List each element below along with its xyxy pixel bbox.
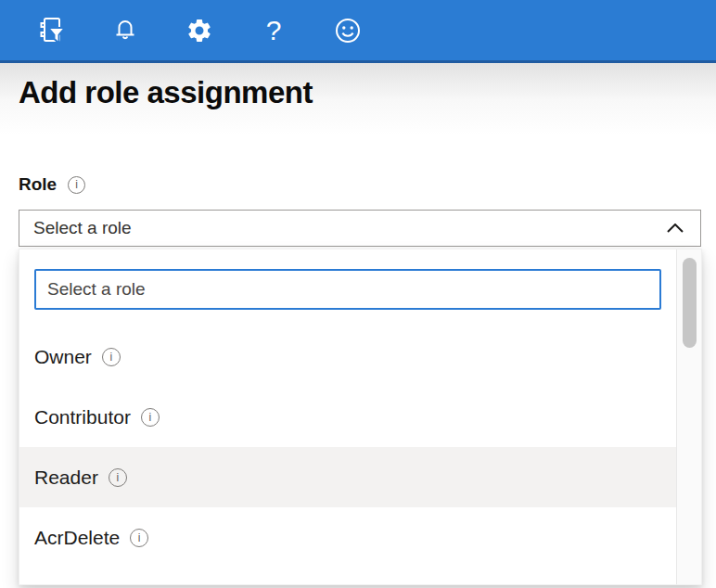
- dropdown-scrollbar-thumb[interactable]: [683, 258, 697, 348]
- info-icon[interactable]: i: [130, 529, 148, 547]
- add-role-assignment-page: Add role assignment Role i Select a role…: [0, 63, 716, 585]
- gear-icon: [185, 17, 213, 45]
- directory-filter-button[interactable]: [35, 15, 67, 46]
- settings-button[interactable]: [184, 15, 215, 46]
- role-label: Role: [19, 174, 57, 195]
- chevron-up-icon: [667, 220, 684, 236]
- role-option-label: AcrDelete: [34, 527, 120, 549]
- role-combobox[interactable]: Select a role: [19, 210, 701, 247]
- notifications-button[interactable]: [109, 15, 141, 46]
- role-field-label-row: Role i: [19, 174, 85, 195]
- dropdown-scrollbar-track[interactable]: [676, 249, 701, 584]
- role-dropdown-panel: Owner i Contributor i Reader i AcrDelete…: [19, 249, 702, 585]
- role-option-contributor[interactable]: Contributor i: [19, 387, 678, 447]
- feedback-button[interactable]: [332, 15, 364, 46]
- role-option-acrdelete[interactable]: AcrDelete i: [19, 507, 678, 568]
- role-search-input[interactable]: [34, 269, 661, 310]
- top-navigation-bar: ?: [0, 0, 716, 63]
- smiley-icon: [333, 16, 363, 45]
- info-icon[interactable]: i: [109, 468, 127, 487]
- directory-filter-icon: [36, 16, 66, 45]
- role-option-owner[interactable]: Owner i: [19, 326, 678, 387]
- help-button[interactable]: ?: [258, 15, 289, 46]
- role-option-reader[interactable]: Reader i: [19, 447, 678, 507]
- info-icon[interactable]: i: [141, 408, 160, 427]
- role-options-list: Owner i Contributor i Reader i AcrDelete…: [19, 326, 678, 568]
- bell-icon: [111, 17, 139, 45]
- info-icon[interactable]: i: [102, 348, 121, 366]
- role-option-label: Reader: [34, 467, 98, 489]
- page-title: Add role assignment: [19, 75, 313, 110]
- role-option-label: Owner: [34, 346, 92, 368]
- role-combobox-value: Select a role: [33, 218, 132, 238]
- role-info-icon[interactable]: i: [68, 176, 85, 194]
- question-mark-icon: ?: [266, 17, 282, 45]
- role-option-label: Contributor: [34, 406, 131, 428]
